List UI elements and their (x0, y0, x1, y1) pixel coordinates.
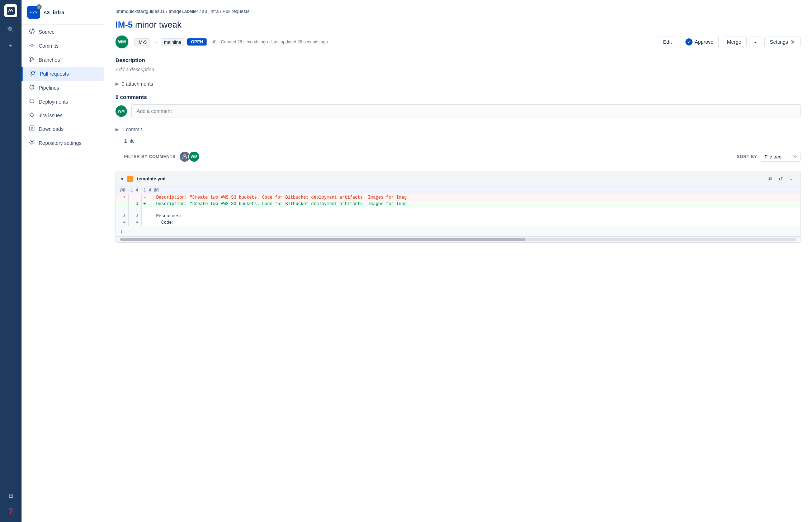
diff-collapse-button[interactable]: ▾ (121, 176, 123, 182)
sort-by-label: SORT BY (737, 154, 757, 159)
check-icon: ✓ (685, 38, 693, 46)
merge-button[interactable]: Merge (722, 37, 747, 47)
commits-header[interactable]: ▶ 1 commit (115, 127, 801, 132)
app-sidebar: 🔍 ＋ ⊞ ❓ (0, 0, 22, 522)
comment-input[interactable] (131, 104, 801, 118)
breadcrumb-project[interactable]: s3_infra (202, 9, 218, 14)
svg-rect-13 (30, 126, 34, 131)
commenter-avatar: WM (115, 105, 127, 117)
pr-branch-info: IM-5 → mainline OPEN (134, 38, 207, 46)
breadcrumb-section[interactable]: Pull requests (223, 9, 250, 14)
diff-scrollbar-track[interactable] (120, 238, 796, 241)
sidebar-item-source[interactable]: Source (22, 25, 104, 39)
sidebar-item-downloads[interactable]: Downloads (22, 122, 104, 136)
breadcrumb: pmmquickstartguides01 / ImageLabeller / … (115, 9, 801, 14)
jira-icon (29, 112, 35, 118)
pr-updated: Last updated 26 seconds ago (272, 39, 328, 44)
settings-gear-icon (790, 39, 795, 44)
sidebar-item-commits[interactable]: Commits (22, 39, 104, 53)
diff-line-added-1: 1 + Description: "Create two AWS S3 buck… (116, 201, 800, 207)
main-content: pmmquickstartguides01 / ImageLabeller / … (104, 0, 812, 522)
apps-icon[interactable]: ⊞ (4, 489, 17, 502)
diff-copy-button[interactable]: ⧉ (767, 174, 774, 183)
svg-point-8 (31, 74, 32, 75)
description-section: Description Add a description... (115, 57, 801, 72)
pr-meta-bar: WM IM-5 → mainline OPEN #1 · Created 26 … (115, 35, 801, 48)
filter-bar: FILTER BY COMMENTS WM SORT BY File tree … (115, 148, 801, 168)
branch-arrow: → (153, 39, 158, 45)
diff-line-removed-1: 1 − Description: "Create two AWS S3 buck… (116, 194, 800, 201)
attachments-chevron: ▶ (115, 81, 119, 86)
edit-button[interactable]: Edit (658, 37, 677, 47)
app-logo[interactable] (4, 4, 17, 17)
diff-more-button[interactable]: ··· (788, 175, 795, 183)
diff-scroll-down-button[interactable]: ↓ (120, 228, 123, 234)
pr-title-body: minor tweak (135, 20, 181, 29)
diff-line-context-2: 2 2 (116, 207, 800, 213)
sidebar-item-branches[interactable]: Branches (22, 53, 104, 67)
source-branch-badge: IM-5 (134, 38, 150, 46)
repo-icon: </> 🔒 (27, 6, 40, 19)
attachments-row[interactable]: ▶ 0 attachments (115, 81, 801, 87)
description-placeholder[interactable]: Add a description... (115, 67, 801, 72)
diff-hunk-header: @@ -1,4 +1,4 @@ (116, 186, 800, 194)
pr-author-avatar: WM (115, 35, 128, 48)
help-icon[interactable]: ❓ (4, 505, 17, 518)
diff-refresh-button[interactable]: ↺ (777, 175, 784, 183)
filter-left: FILTER BY COMMENTS WM (124, 151, 200, 162)
comments-count: 0 comments (115, 94, 801, 100)
svg-point-6 (33, 58, 34, 60)
pr-id: IM-5 (115, 20, 133, 29)
sidebar-item-pull-requests[interactable]: Pull requests (22, 67, 104, 81)
pull-requests-icon (30, 70, 36, 77)
filter-avatar-2[interactable]: WM (188, 151, 200, 162)
pr-status-badge: OPEN (187, 38, 207, 46)
svg-marker-12 (30, 113, 34, 117)
svg-point-5 (30, 60, 31, 62)
pr-number: #1 (212, 39, 217, 44)
svg-point-19 (184, 155, 186, 157)
commits-label: 1 commit (122, 127, 142, 132)
diff-line-context-4: 4 4 Code: (116, 219, 800, 226)
filter-right: SORT BY File tree Diff Alphabetical (737, 152, 801, 162)
settings-button[interactable]: Settings (764, 37, 801, 47)
sidebar-item-deployments[interactable]: Deployments (22, 95, 104, 109)
branches-icon (29, 56, 35, 63)
commits-section: ▶ 1 commit 1 file FILTER BY COMMENTS WM … (115, 127, 801, 243)
create-icon[interactable]: ＋ (4, 39, 17, 52)
filter-avatars: WM (179, 151, 200, 162)
diff-line-context-3: 3 3 Resources: (116, 213, 800, 219)
pr-actions: Edit ✓ Approve Merge ··· Settings (658, 36, 801, 48)
diff-scrollbar (116, 236, 800, 242)
svg-point-18 (792, 41, 793, 43)
diff-filename: template.yml (137, 176, 764, 181)
svg-point-9 (34, 71, 35, 72)
commits-chevron: ▶ (115, 127, 119, 132)
search-icon[interactable]: 🔍 (4, 23, 17, 36)
diff-scrollbar-thumb (120, 238, 525, 241)
deployments-icon (29, 98, 35, 105)
sidebar-item-pipelines[interactable]: Pipelines (22, 81, 104, 95)
svg-point-1 (31, 44, 33, 46)
description-title: Description (115, 57, 801, 63)
file-label: 1 file (115, 138, 801, 144)
source-icon (29, 28, 35, 35)
pr-title: IM-5 minor tweak (115, 20, 801, 30)
lock-badge: 🔒 (37, 4, 42, 9)
pr-timestamps: #1 · Created 26 seconds ago · Last updat… (212, 39, 328, 44)
diff-content: @@ -1,4 +1,4 @@ 1 − Description: "Create… (116, 186, 800, 226)
target-branch-badge: mainline (161, 38, 184, 46)
sort-select[interactable]: File tree Diff Alphabetical (761, 152, 801, 162)
breadcrumb-repo[interactable]: ImageLabeller (169, 9, 198, 14)
sidebar-item-repository-settings[interactable]: Repository settings (22, 136, 104, 150)
commits-icon (29, 42, 35, 49)
pr-created: Created 26 seconds ago (221, 39, 268, 44)
more-actions-button[interactable]: ··· (750, 37, 762, 47)
sidebar-item-jira-issues[interactable]: Jira issues (22, 109, 104, 122)
repo-name: s3_infra (44, 9, 65, 15)
diff-header: ▾ Y template.yml ⧉ ↺ ··· (116, 171, 800, 186)
approve-button[interactable]: ✓ Approve (680, 36, 719, 48)
diff-block: ▾ Y template.yml ⧉ ↺ ··· @@ -1,4 +1,4 @@… (115, 171, 801, 243)
pipelines-icon (29, 84, 35, 91)
breadcrumb-org[interactable]: pmmquickstartguides01 (115, 9, 165, 14)
